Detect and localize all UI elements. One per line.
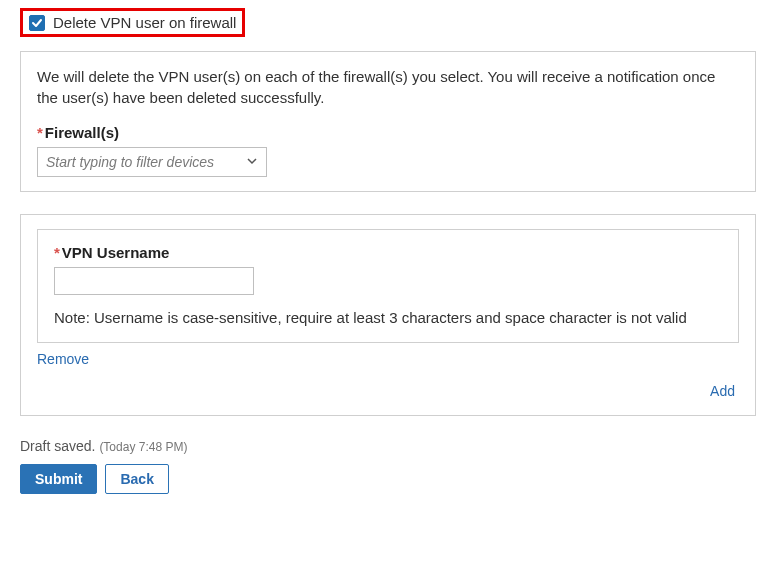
check-icon bbox=[31, 17, 43, 29]
add-link[interactable]: Add bbox=[710, 383, 735, 399]
firewall-select-placeholder: Start typing to filter devices bbox=[46, 154, 246, 170]
firewall-label: *Firewall(s) bbox=[37, 124, 739, 141]
firewall-panel: We will delete the VPN user(s) on each o… bbox=[20, 51, 756, 192]
delete-vpn-checkbox-label: Delete VPN user on firewall bbox=[53, 14, 236, 31]
draft-saved-text: Draft saved. (Today 7:48 PM) bbox=[20, 438, 756, 454]
firewall-description: We will delete the VPN user(s) on each o… bbox=[37, 66, 739, 108]
vpn-username-note: Note: Username is case-sensitive, requir… bbox=[54, 307, 722, 328]
username-inner-panel: *VPN Username Note: Username is case-sen… bbox=[37, 229, 739, 343]
vpn-username-label: *VPN Username bbox=[54, 244, 722, 261]
back-button[interactable]: Back bbox=[105, 464, 168, 494]
delete-vpn-checkbox[interactable] bbox=[29, 15, 45, 31]
draft-timestamp: (Today 7:48 PM) bbox=[99, 440, 187, 454]
remove-link[interactable]: Remove bbox=[37, 351, 89, 367]
chevron-down-icon bbox=[246, 154, 258, 170]
firewall-select[interactable]: Start typing to filter devices bbox=[37, 147, 267, 177]
vpn-username-input[interactable] bbox=[54, 267, 254, 295]
username-panel: *VPN Username Note: Username is case-sen… bbox=[20, 214, 756, 416]
required-asterisk: * bbox=[37, 124, 43, 141]
delete-vpn-checkbox-row: Delete VPN user on firewall bbox=[20, 8, 245, 37]
submit-button[interactable]: Submit bbox=[20, 464, 97, 494]
required-asterisk: * bbox=[54, 244, 60, 261]
